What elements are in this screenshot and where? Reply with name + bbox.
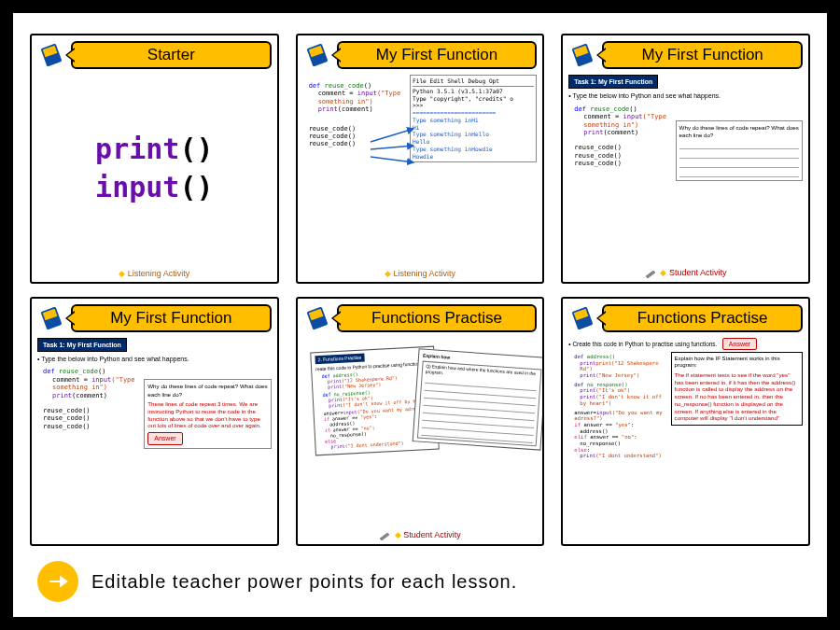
slide-title-bar: Functions Practise bbox=[337, 304, 538, 332]
slide-functions-practise-a: Functions Practise 2. Functions Practise… bbox=[296, 297, 545, 547]
slide-first-function-a: My First Function def reuse_code() comme… bbox=[296, 34, 545, 284]
pencil-icon bbox=[379, 531, 392, 540]
page-frame: Starter print() input() ◆ Listening Acti… bbox=[0, 0, 840, 630]
slides-grid: Starter print() input() ◆ Listening Acti… bbox=[30, 34, 810, 546]
slide-body: • Create this code in Python to practise… bbox=[568, 338, 803, 526]
slide-title-bar: Functions Practise bbox=[602, 304, 803, 332]
footer-tag: ◆ Listening Activity bbox=[32, 269, 277, 278]
answer-button[interactable]: Answer bbox=[722, 338, 757, 350]
slide-body: def reuse_code() comment = input("Type s… bbox=[303, 75, 538, 263]
slide-title: Functions Practise bbox=[337, 304, 538, 332]
slide-functions-practise-b: Functions Practise • Create this code in… bbox=[561, 297, 810, 547]
slide-first-function-b: My First Function Task 1: My First Funct… bbox=[561, 34, 810, 284]
task-bar: Task 1: My First Function bbox=[568, 75, 658, 89]
slide-body: 2. Functions Practise reate this code in… bbox=[311, 345, 541, 547]
slide-title: My First Function bbox=[71, 304, 272, 332]
worksheet-right: Explain how Q) Explain how and where the… bbox=[413, 348, 544, 450]
slide-title-bar: My First Function bbox=[71, 304, 272, 332]
slide-body: Task 1: My First Function • Type the bel… bbox=[568, 75, 803, 263]
footer-tag: ◆ Listening Activity bbox=[298, 269, 543, 278]
slide-first-function-answer: My First Function Task 1: My First Funct… bbox=[30, 297, 279, 547]
ide-output: File Edit Shell Debug Opt Python 3.5.1 (… bbox=[410, 75, 537, 162]
pencil-icon bbox=[645, 269, 658, 278]
slide-title: Starter bbox=[71, 41, 272, 69]
slide-body: print() input() bbox=[37, 75, 272, 263]
footer-tag: ◆ Student Activity bbox=[298, 530, 543, 540]
answer-box: Why do these lines of code repeat? What … bbox=[144, 379, 271, 448]
slide-body: Task 1: My First Function • Type the bel… bbox=[37, 338, 272, 526]
arrow-right-icon bbox=[37, 561, 78, 602]
answer-button[interactable]: Answer bbox=[147, 432, 182, 444]
slide-title: My First Function bbox=[602, 41, 803, 69]
task-bar: Task 1: My First Function bbox=[37, 338, 127, 352]
slide-starter: Starter print() input() ◆ Listening Acti… bbox=[30, 34, 279, 284]
explain-box: Explain how the IF Statement works in th… bbox=[671, 352, 803, 426]
question-box: Why do these lines of code repeat? What … bbox=[676, 120, 803, 181]
slide-title-bar: Starter bbox=[71, 41, 272, 69]
slide-title: My First Function bbox=[337, 41, 538, 69]
slide-title: Functions Practise bbox=[602, 304, 803, 332]
slide-title-bar: My First Function bbox=[337, 41, 538, 69]
slide-title-bar: My First Function bbox=[602, 41, 803, 69]
footer-tag: ◆ Student Activity bbox=[563, 268, 808, 278]
starter-functions: print() input() bbox=[37, 75, 272, 263]
caption-text: Editable teacher power points for each l… bbox=[91, 571, 517, 593]
caption-row: Editable teacher power points for each l… bbox=[30, 561, 810, 604]
